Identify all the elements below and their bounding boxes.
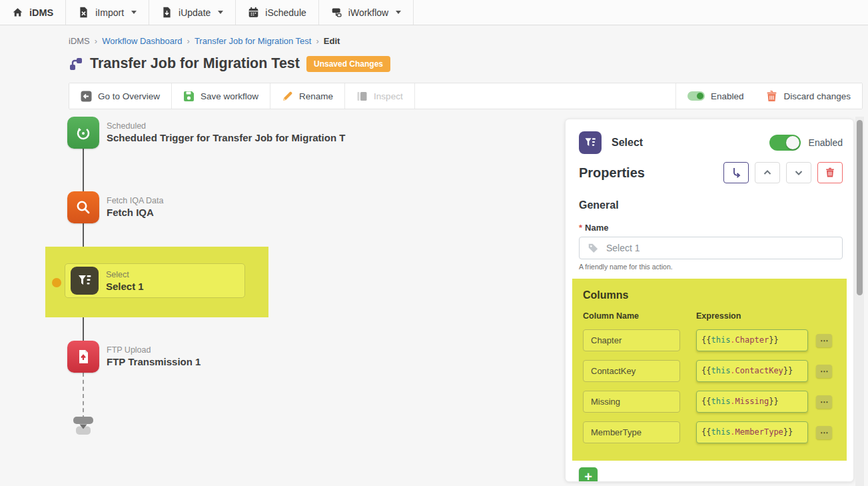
rename-button[interactable]: Rename: [270, 83, 345, 109]
column-name-input[interactable]: MemberType: [583, 421, 680, 443]
save-workflow-button[interactable]: Save workflow: [172, 83, 270, 109]
go-to-overview-button[interactable]: Go to Overview: [69, 83, 172, 109]
columns-table-headers: Column Name Expression: [583, 311, 837, 321]
properties-panel: Select Enabled Properties General *Name …: [565, 119, 854, 482]
node-title: Select 1: [106, 280, 144, 293]
breadcrumb-link-dashboard[interactable]: Workflow Dashboard: [102, 36, 182, 46]
expression-input[interactable]: {{this.MemberType}}: [696, 421, 808, 443]
home-icon: [12, 7, 23, 18]
nav-item-ischedule[interactable]: iSchedule: [236, 0, 319, 25]
panel-scrollbar-thumb[interactable]: [857, 120, 863, 295]
unsaved-changes-badge: Unsaved Changes: [306, 56, 390, 72]
breadcrumb-current: Edit: [324, 36, 340, 46]
page-title: Transfer Job for Migration Test: [90, 55, 300, 72]
breadcrumb-link-workflow[interactable]: Transfer Job for Migration Test: [195, 36, 312, 46]
nav-item-iimport[interactable]: iImport: [66, 0, 149, 25]
filter-icon: [584, 136, 597, 149]
toolbar-button-label: Rename: [299, 91, 333, 101]
save-icon: [183, 91, 195, 102]
columns-section-highlight: Columns Column Name Expression Chapter {…: [572, 279, 847, 461]
fetch-iqa-icon[interactable]: [67, 191, 99, 223]
workflow-enabled-toggle[interactable]: Enabled: [676, 83, 755, 109]
flow-drop-target[interactable]: [72, 416, 95, 439]
expression-value: {{this.Missing}}: [701, 397, 779, 406]
nav-item-label: iImport: [95, 7, 124, 18]
column-name-input[interactable]: Missing: [583, 391, 680, 413]
expression-input[interactable]: {{this.Chapter}}: [696, 329, 808, 351]
add-column-button[interactable]: +: [579, 467, 598, 482]
column-row: Missing {{this.Missing}} ⋯: [583, 391, 837, 413]
enabled-label: Enabled: [809, 137, 843, 148]
breadcrumb: iDMS › Workflow Dashboard › Transfer Job…: [69, 36, 340, 46]
chevron-down-icon: [218, 11, 223, 14]
breadcrumb-separator: ›: [187, 36, 190, 46]
expression-input[interactable]: {{this.Missing}}: [696, 391, 808, 413]
discard-changes-button[interactable]: Discard changes: [755, 83, 862, 109]
scheduled-trigger-icon[interactable]: [67, 117, 99, 149]
node-fetch-iqa[interactable]: Fetch IQA Data Fetch IQA: [67, 191, 163, 223]
select-type-icon: [579, 131, 602, 154]
node-port-dot: [52, 278, 61, 287]
required-mark: *: [579, 223, 582, 233]
name-help-text: A friendly name for this action.: [579, 263, 843, 271]
inspect-button[interactable]: Inspect: [345, 83, 415, 109]
filter-icon: [77, 273, 93, 289]
expression-more-button[interactable]: ⋯: [816, 426, 832, 439]
node-scheduled-trigger[interactable]: Scheduled Scheduled Trigger for Transfer…: [67, 117, 345, 149]
inspect-icon: [356, 91, 368, 102]
search-icon: [75, 199, 92, 216]
nav-item-iworkflow[interactable]: iWorkflow: [319, 0, 414, 25]
column-name-input[interactable]: Chapter: [583, 329, 680, 351]
nav-item-iupdate[interactable]: iUpdate: [149, 0, 236, 25]
column-name-header: Column Name: [583, 311, 696, 321]
toolbar-button-label: Inspect: [374, 91, 403, 101]
node-subtitle: Select: [106, 269, 144, 280]
branch-action-button[interactable]: [723, 162, 749, 183]
expression-more-button[interactable]: ⋯: [816, 334, 832, 347]
select-node-icon: [71, 267, 99, 295]
node-subtitle: Fetch IQA Data: [107, 195, 163, 206]
name-label-text: Name: [585, 223, 608, 233]
name-field-label: *Name: [579, 223, 843, 233]
toggle-on-icon: [687, 91, 705, 101]
expression-input[interactable]: {{this.ContactKey}}: [696, 360, 808, 382]
toolbar-button-label: Discard changes: [783, 91, 851, 101]
top-navbar: iDMS iImport iUpdate iSchedule iWorkflow: [0, 0, 868, 25]
file-upload-icon: [75, 348, 92, 365]
column-name-input[interactable]: ContactKey: [583, 360, 680, 382]
toolbar-right-group: Enabled Discard changes: [675, 83, 862, 109]
file-download-icon: [161, 7, 173, 18]
nav-item-label: iDMS: [29, 7, 53, 18]
move-up-button[interactable]: [755, 162, 780, 183]
node-ftp-transmission[interactable]: FTP Upload FTP Transmission 1: [67, 341, 201, 373]
node-title: Fetch IQA: [107, 206, 163, 219]
panel-header: Select Enabled: [579, 131, 843, 154]
node-select-selected[interactable]: Select Select 1: [65, 263, 245, 298]
node-title: Scheduled Trigger for Transfer Job for M…: [107, 131, 345, 144]
move-down-button[interactable]: [786, 162, 811, 183]
delete-node-button[interactable]: [817, 162, 843, 183]
breadcrumb-separator: ›: [316, 36, 318, 46]
column-row: MemberType {{this.MemberType}} ⋯: [583, 421, 837, 443]
expression-more-button[interactable]: ⋯: [816, 395, 832, 409]
column-row: ContactKey {{this.ContactKey}} ⋯: [583, 360, 837, 382]
back-arrow-icon: [81, 91, 92, 102]
properties-header-row: Properties: [579, 162, 843, 183]
workflow-icon: [331, 7, 342, 18]
nav-item-label: iSchedule: [265, 7, 306, 18]
expression-more-button[interactable]: ⋯: [816, 365, 832, 378]
chevron-down-icon: [396, 11, 401, 14]
name-input-value: Select 1: [606, 243, 640, 253]
name-input[interactable]: Select 1: [579, 237, 843, 259]
page-header: Transfer Job for Migration Test Unsaved …: [69, 55, 390, 72]
column-row: Chapter {{this.Chapter}} ⋯: [583, 329, 837, 351]
flow-connector-line: [83, 133, 84, 357]
calendar-icon: [248, 7, 259, 18]
node-enabled-toggle[interactable]: [769, 135, 801, 151]
nav-item-idms[interactable]: iDMS: [0, 0, 66, 25]
expression-header: Expression: [696, 311, 741, 321]
ftp-upload-icon[interactable]: [67, 341, 99, 373]
timer-icon: [75, 124, 92, 141]
node-subtitle: Scheduled: [107, 121, 345, 131]
branch-arrow-icon: [730, 167, 742, 179]
